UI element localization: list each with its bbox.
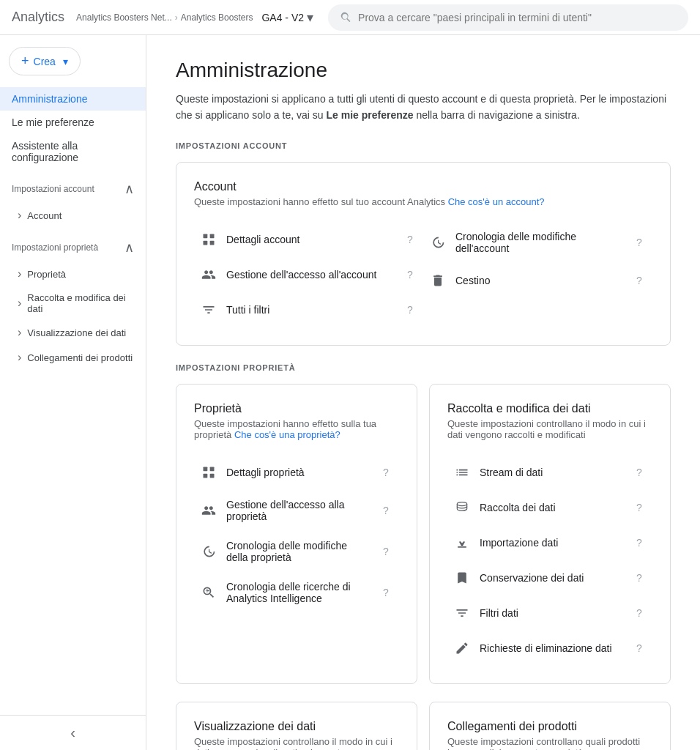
item-importazione[interactable]: Importazione dati ?: [447, 525, 652, 560]
search-history-icon: [200, 584, 217, 601]
help-icon[interactable]: ?: [632, 465, 647, 480]
help-icon[interactable]: ?: [403, 232, 417, 247]
sidebar-sub-account[interactable]: › Account: [0, 203, 146, 228]
collapse-sidebar-button[interactable]: ‹: [0, 715, 146, 750]
item-accesso-prop[interactable]: Gestione dell'accesso alla proprietà ?: [194, 490, 399, 531]
svg-rect-5: [204, 473, 208, 478]
page-title: Amministrazione: [176, 59, 671, 82]
proprieta-card-desc: Queste impostazioni hanno effetto sulla …: [194, 418, 399, 440]
section-account-label: IMPOSTAZIONI ACCOUNT: [176, 141, 671, 150]
svg-point-8: [457, 502, 466, 505]
item-filtri[interactable]: Tutti i filtri ?: [194, 292, 423, 327]
svg-rect-0: [204, 234, 208, 238]
people-icon: [200, 502, 217, 519]
account-link[interactable]: Che cos'è un account?: [448, 196, 545, 207]
help-icon[interactable]: ?: [632, 535, 647, 550]
breadcrumb-chevron: ›: [175, 12, 178, 23]
filter-icon: [453, 604, 471, 622]
account-card-title: Account: [194, 180, 652, 193]
bullet-icon: ›: [18, 209, 21, 222]
sidebar-section-property-header[interactable]: Impostazioni proprietà ∧: [0, 234, 146, 261]
item-dettagli-account[interactable]: Dettagli account ?: [194, 222, 423, 257]
raccolta-card-title: Raccolta e modifica dei dati: [447, 402, 652, 415]
help-icon[interactable]: ?: [379, 503, 393, 518]
property-two-col: Proprietà Queste impostazioni hanno effe…: [176, 384, 671, 684]
search-bar[interactable]: [328, 4, 688, 31]
help-icon[interactable]: ?: [379, 585, 393, 600]
stream-icon: [453, 464, 471, 481]
history-icon: [429, 234, 447, 251]
svg-rect-3: [210, 240, 215, 245]
item-cronologia-ai[interactable]: Cronologia delle ricerche di Analytics I…: [194, 572, 399, 613]
sidebar-sub-visualizzazione[interactable]: › Visualizzazione dei dati: [0, 320, 146, 345]
plus-icon: +: [21, 53, 29, 69]
breadcrumb-part2[interactable]: Analytics Boosters: [181, 12, 253, 23]
breadcrumb-part1[interactable]: Analytics Boosters Net...: [76, 12, 172, 23]
collect-icon: [453, 499, 471, 516]
help-icon[interactable]: ?: [632, 641, 647, 656]
property-name: GA4 - V2: [261, 12, 304, 23]
viz-card-title: Visualizzazione dei dati: [194, 720, 399, 733]
retention-icon: [453, 569, 471, 587]
sidebar-sub-raccolta[interactable]: › Raccolta e modifica dei dati: [0, 286, 146, 320]
help-icon[interactable]: ?: [632, 500, 647, 515]
sidebar-section-account-header[interactable]: Impostazioni account ∧: [0, 175, 146, 203]
sidebar-item-preferenze[interactable]: Le mie preferenze: [0, 111, 146, 134]
account-items-grid: Dettagli account ? Gestione dell'accesso…: [194, 222, 652, 327]
account-card: Account Queste impostazioni hanno effett…: [176, 162, 671, 346]
sidebar-sub-collegamenti[interactable]: › Collegamenti dei prodotti: [0, 345, 146, 370]
bullet-icon: ›: [18, 297, 21, 310]
raccolta-card: Raccolta e modifica dei dati Queste impo…: [429, 384, 671, 684]
top-bar: Analytics Analytics Boosters Net... › An…: [0, 0, 700, 35]
create-label: Crea: [34, 56, 56, 67]
delete-icon: [453, 639, 471, 657]
help-icon[interactable]: ?: [403, 267, 417, 282]
item-cestino[interactable]: Cestino ?: [423, 263, 652, 298]
svg-rect-6: [210, 467, 215, 471]
item-conservazione[interactable]: Conservazione dei dati ?: [447, 560, 652, 595]
bullet-icon: ›: [18, 267, 21, 281]
proprieta-card-title: Proprietà: [194, 402, 399, 415]
chevron-up-icon-2: ∧: [124, 240, 134, 256]
search-icon: [340, 11, 352, 24]
help-icon[interactable]: ?: [632, 606, 647, 620]
help-icon[interactable]: ?: [379, 544, 393, 559]
help-icon[interactable]: ?: [379, 465, 393, 480]
item-accesso-account[interactable]: Gestione dell'accesso all'account ?: [194, 257, 423, 292]
search-input[interactable]: [358, 12, 677, 23]
dropdown-arrow-icon: ▾: [307, 10, 313, 26]
item-eliminazione[interactable]: Richieste di eliminazione dati ?: [447, 631, 652, 666]
breadcrumb: Analytics Boosters Net... › Analytics Bo…: [76, 12, 253, 23]
help-icon[interactable]: ?: [403, 302, 417, 317]
sidebar-item-amministrazione[interactable]: Amministrazione: [0, 87, 146, 111]
viz-card-desc: Queste impostazioni controllano il modo …: [194, 736, 399, 750]
raccolta-card-desc: Queste impostazioni controllano il modo …: [447, 418, 652, 440]
sidebar: + Crea ▾ Amministrazione Le mie preferen…: [0, 35, 146, 750]
help-icon[interactable]: ?: [632, 571, 647, 585]
svg-rect-4: [204, 467, 208, 471]
filter-icon: [200, 301, 217, 319]
property-selector[interactable]: GA4 - V2 ▾: [261, 10, 313, 26]
visualizzazione-card: Visualizzazione dei dati Queste impostaz…: [176, 702, 417, 750]
account-items-right: Cronologia delle modifiche dell'account …: [423, 222, 652, 327]
item-cronologia-prop[interactable]: Cronologia delle modifiche della proprie…: [194, 531, 399, 572]
proprieta-link[interactable]: Che cos'è una proprietà?: [234, 429, 340, 440]
item-cronologia-account[interactable]: Cronologia delle modifiche dell'account …: [423, 222, 652, 263]
viz-col: Visualizzazione dei dati Queste impostaz…: [176, 702, 671, 750]
svg-rect-2: [210, 234, 215, 238]
create-button[interactable]: + Crea ▾: [9, 47, 81, 75]
people-icon: [200, 266, 217, 283]
proprieta-card: Proprietà Queste impostazioni hanno effe…: [176, 384, 417, 684]
collegamenti-card: Collegamenti dei prodotti Queste imposta…: [429, 702, 671, 750]
help-icon[interactable]: ?: [632, 235, 647, 250]
item-filtri-dati[interactable]: Filtri dati ?: [447, 595, 652, 631]
page-description: Queste impostazioni si applicano a tutti…: [176, 91, 671, 124]
sidebar-sub-proprieta[interactable]: › Proprietà: [0, 261, 146, 286]
section-property-label: IMPOSTAZIONI PROPRIETÀ: [176, 363, 671, 372]
sidebar-item-assistente[interactable]: Assistente alla configurazione: [0, 134, 146, 169]
item-dettagli-prop[interactable]: Dettagli proprietà ?: [194, 455, 399, 490]
chevron-up-icon: ∧: [124, 181, 134, 197]
item-raccolta[interactable]: Raccolta dei dati ?: [447, 490, 652, 525]
item-stream[interactable]: Stream di dati ?: [447, 455, 652, 490]
help-icon[interactable]: ?: [632, 273, 647, 288]
